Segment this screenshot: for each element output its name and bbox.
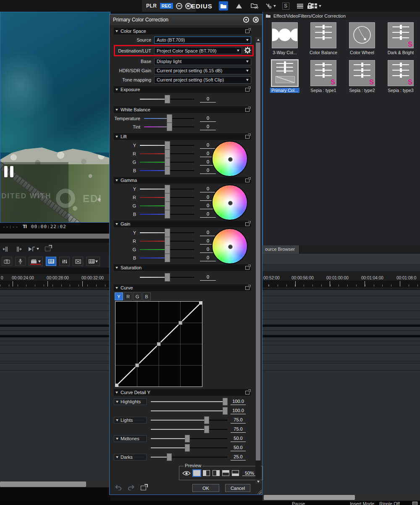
tab-curve-y[interactable]: Y xyxy=(115,292,123,300)
trim-out-button[interactable] xyxy=(15,246,22,252)
curve-editor[interactable] xyxy=(115,301,202,387)
temperature-value[interactable]: 0 xyxy=(200,116,216,122)
scrollbar-thumb[interactable] xyxy=(256,42,260,460)
voiceover-button[interactable] xyxy=(15,257,26,266)
lift-color-wheel[interactable] xyxy=(212,141,248,177)
slider-thumb[interactable] xyxy=(165,273,170,281)
detach-section-icon[interactable] xyxy=(245,286,249,290)
midtones-value-1[interactable]: 50.0 xyxy=(231,436,246,442)
exposure-value[interactable]: 0 xyxy=(200,96,216,103)
hdr-sdr-gain-dropdown[interactable]: Current project setting (6.15 dB) xyxy=(154,67,251,74)
lift-r-slider[interactable] xyxy=(140,150,194,158)
rec-button[interactable]: REC xyxy=(160,3,173,9)
gain-y-value[interactable]: 0 xyxy=(200,230,216,236)
preview-zoom-value[interactable]: 50% xyxy=(242,471,257,476)
tint-value[interactable]: 0 xyxy=(200,124,216,130)
preview-mode-split-top[interactable] xyxy=(222,470,229,476)
tone-mapping-dropdown[interactable]: Current project setting (Soft Clip) xyxy=(154,76,251,84)
lights-slider-2[interactable] xyxy=(151,425,227,434)
gain-y-slider[interactable] xyxy=(140,229,194,237)
slider-thumb[interactable] xyxy=(165,158,170,166)
detach-section-icon[interactable] xyxy=(245,88,249,92)
lock-button[interactable] xyxy=(307,3,312,10)
effect-item[interactable]: S Dark & Bright xyxy=(381,22,420,56)
lights-value-2[interactable]: 75.0 xyxy=(231,426,246,433)
dialog-title-bar[interactable]: Primary Color Correction xyxy=(110,14,262,25)
redo-button[interactable] xyxy=(128,484,135,492)
insert-mode-status[interactable]: Insert Mode xyxy=(350,501,374,505)
curve-detail-header[interactable]: Curve Detail Y xyxy=(114,389,251,396)
gain-header[interactable]: Gain xyxy=(114,221,251,227)
lift-y-value[interactable]: 0 xyxy=(200,142,216,149)
slider-thumb[interactable] xyxy=(165,185,170,193)
highlights-slider-1[interactable] xyxy=(151,397,227,406)
ripple-status[interactable]: Ripple Off xyxy=(379,501,400,505)
preview-toggle-button[interactable] xyxy=(182,471,191,476)
breadcrumb[interactable]: Effect/VideoFilters/Color Correction xyxy=(273,13,346,18)
app-title[interactable]: EDIUS xyxy=(191,3,213,10)
gain-g-slider[interactable] xyxy=(140,245,194,254)
gamma-color-wheel[interactable] xyxy=(212,184,248,221)
gamma-r-slider[interactable] xyxy=(140,193,194,202)
detach-section-icon[interactable] xyxy=(245,29,249,33)
detach-section-icon[interactable] xyxy=(245,108,249,112)
slider-thumb[interactable] xyxy=(165,150,170,158)
preview-mode-split-right[interactable] xyxy=(213,470,220,476)
sync-button[interactable]: S xyxy=(282,3,289,10)
lights-button[interactable]: Lights xyxy=(114,417,147,423)
scroll-down-button[interactable] xyxy=(255,479,261,484)
gamma-g-slider[interactable] xyxy=(140,202,194,210)
lift-b-value[interactable]: 0 xyxy=(200,168,216,174)
gain-color-wheel[interactable] xyxy=(212,228,248,264)
slider-thumb[interactable] xyxy=(167,123,172,131)
preview-mode-split-bottom[interactable] xyxy=(232,470,239,476)
lift-b-slider[interactable] xyxy=(140,166,194,175)
preview-monitor[interactable]: DITED WITH EDI xyxy=(0,12,110,223)
tab-curve-b[interactable]: B xyxy=(142,292,151,300)
detach-section-icon[interactable] xyxy=(245,135,249,139)
cancel-button[interactable]: Cancel xyxy=(225,484,250,492)
timeline-tracks-left[interactable] xyxy=(0,290,110,481)
darks-slider-1[interactable] xyxy=(151,453,227,461)
view-options-button[interactable] xyxy=(86,257,100,266)
slider-thumb[interactable] xyxy=(165,202,170,210)
darks-button[interactable]: Darks xyxy=(114,454,147,460)
effect-item[interactable]: Color Balance xyxy=(304,22,343,56)
slider-thumb[interactable] xyxy=(223,398,228,405)
layout-button[interactable] xyxy=(311,1,321,11)
play-around-cut-button[interactable] xyxy=(28,246,39,252)
gamma-b-slider[interactable] xyxy=(140,210,194,218)
pin-icon[interactable] xyxy=(243,17,249,23)
slider-thumb[interactable] xyxy=(165,245,170,254)
source-browser-tab[interactable]: ource Browser xyxy=(262,245,299,254)
preview-mode-split-left[interactable] xyxy=(203,470,210,476)
slider-thumb[interactable] xyxy=(204,426,209,433)
clip-mode-button[interactable] xyxy=(29,257,43,266)
lights-value-1[interactable]: 75.0 xyxy=(231,417,246,423)
dialog-scrollbar[interactable] xyxy=(255,37,261,484)
timeline-ruler-left[interactable]: 0 00:00:24:00 00:00:28:00 00:00:32:00 xyxy=(0,274,110,290)
midtones-value-2[interactable]: 50.0 xyxy=(231,445,246,451)
slider-thumb[interactable] xyxy=(167,114,172,123)
slider-thumb[interactable] xyxy=(165,210,170,218)
close-icon[interactable] xyxy=(253,17,259,23)
white-balance-header[interactable]: White Balance xyxy=(114,106,251,113)
highlights-value-1[interactable]: 100.0 xyxy=(231,399,246,405)
timeline-tracks-right[interactable] xyxy=(262,290,420,494)
tint-slider[interactable] xyxy=(144,123,194,131)
slider-thumb[interactable] xyxy=(165,95,170,103)
scroll-up-button[interactable] xyxy=(255,37,261,42)
gamma-b-value[interactable]: 0 xyxy=(200,211,216,218)
saturation-slider[interactable] xyxy=(140,273,194,281)
timeline-mode-button-active[interactable] xyxy=(46,257,56,266)
mixer-mode-button[interactable] xyxy=(59,257,70,266)
ok-button[interactable]: OK xyxy=(192,484,219,492)
slider-thumb[interactable] xyxy=(165,229,170,237)
gain-b-slider[interactable] xyxy=(140,254,194,262)
saturation-value[interactable]: 0 xyxy=(200,274,216,281)
midtones-button[interactable]: Midtones xyxy=(114,435,147,442)
slider-thumb[interactable] xyxy=(223,407,228,415)
preview-mode-full[interactable] xyxy=(193,470,200,476)
tab-curve-r[interactable]: R xyxy=(124,292,132,300)
source-dropdown[interactable]: Auto (BT.709) xyxy=(154,37,251,44)
